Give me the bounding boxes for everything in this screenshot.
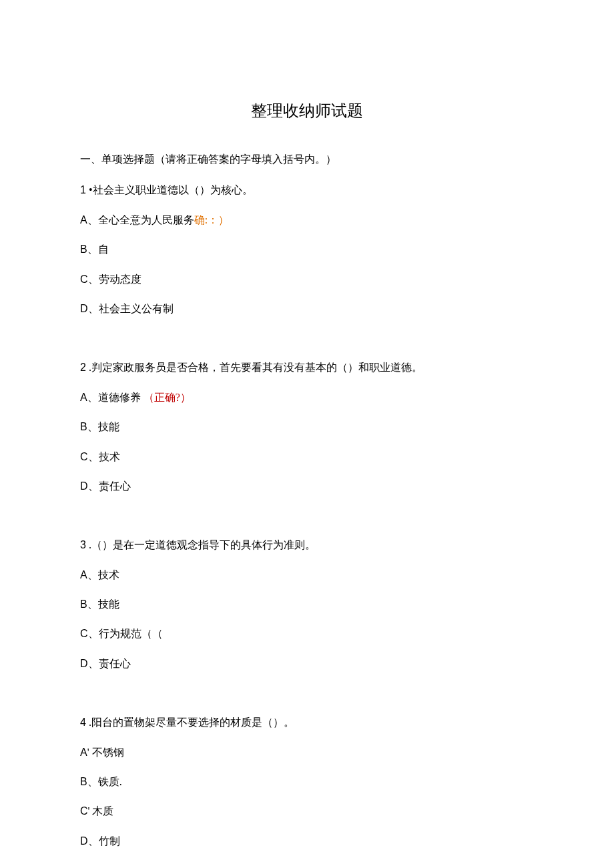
question-3-option-a: A、技术 (80, 568, 534, 582)
option-text: 、全心全意为人民服务 (87, 214, 194, 226)
option-text: 、行为规范（（ (88, 628, 163, 639)
option-letter: A (80, 747, 87, 758)
question-4-option-a: A' 不锈钢 (80, 745, 534, 760)
option-text: 、社会主义公有制 (88, 303, 174, 314)
option-text: 、铁质. (87, 776, 122, 787)
answer-mark: （正确?） (143, 392, 191, 403)
question-3-option-d: D、责任心 (80, 657, 534, 671)
option-letter: B (80, 244, 87, 255)
question-2-stem: .判定家政服务员是否合格，首先要看其有没有基本的（）和职业道德。 (86, 362, 422, 373)
option-letter: A (80, 569, 87, 580)
question-3-stem: .（）是在一定道德观念指导下的具体行为准则。 (86, 539, 316, 550)
option-letter: B (80, 598, 87, 610)
question-2-option-b: B、技能 (80, 420, 534, 434)
question-4-text: 4 .阳台的置物架尽量不要选择的材质是（）。 (80, 715, 534, 730)
option-text: 、技能 (87, 421, 119, 432)
option-letter: C (80, 628, 88, 639)
question-2-option-c: C、技术 (80, 450, 534, 464)
question-1-number: 1 (80, 184, 86, 195)
option-letter: A (80, 214, 87, 226)
option-text: 、竹制 (88, 835, 120, 847)
question-2-number: 2 (80, 362, 86, 373)
option-text: ' 不锈钢 (87, 747, 124, 758)
option-letter: A (80, 392, 87, 403)
question-3-option-b: B、技能 (80, 597, 534, 612)
option-text: 、技术 (87, 569, 119, 580)
option-letter: D (80, 658, 88, 669)
question-1-option-b: B、自 (80, 242, 534, 257)
option-letter: C (80, 274, 88, 285)
question-4-option-c: C' 木质 (80, 804, 534, 819)
option-text: 、自 (87, 244, 109, 255)
question-3-option-c: C、行为规范（（ (80, 626, 534, 641)
question-1-option-c: C、劳动态度 (80, 272, 534, 287)
question-2-option-a: A、道德修养 （正确?） (80, 390, 534, 405)
option-text: 、道德修养 (87, 392, 141, 403)
question-1-option-a: A、全心全意为人民服务确:：） (80, 213, 534, 228)
option-letter: D (80, 480, 88, 492)
option-text: 、技能 (87, 598, 119, 610)
option-letter: C (80, 451, 88, 462)
spacer (80, 331, 534, 344)
section-instruction: 一、单项选择题（请将正确答案的字母填入括号内。） (80, 152, 534, 167)
question-4-stem: .阳台的置物架尽量不要选择的材质是（）。 (86, 717, 294, 728)
question-1-stem: •社会主义职业道德以（）为核心。 (86, 184, 253, 195)
question-3-number: 3 (80, 539, 86, 550)
option-letter: C (80, 805, 88, 817)
spacer (80, 686, 534, 699)
option-letter: B (80, 776, 87, 787)
question-1-option-d: D、社会主义公有制 (80, 302, 534, 316)
document-title: 整理收纳师试题 (80, 100, 534, 121)
question-4-option-b: B、铁质. (80, 775, 534, 789)
option-text: 、劳动态度 (88, 274, 141, 285)
question-3-text: 3 .（）是在一定道德观念指导下的具体行为准则。 (80, 538, 534, 552)
document-page: 整理收纳师试题 一、单项选择题（请将正确答案的字母填入括号内。） 1 •社会主义… (0, 0, 614, 868)
spacer (80, 508, 534, 522)
question-2-option-d: D、责任心 (80, 479, 534, 494)
question-4-number: 4 (80, 717, 86, 728)
option-text: 、责任心 (88, 480, 131, 492)
question-4-option-d: D、竹制 (80, 834, 534, 849)
answer-mark: 确:：） (194, 214, 229, 226)
option-text: ' 木质 (88, 805, 114, 817)
option-letter: D (80, 835, 88, 847)
question-2-text: 2 .判定家政服务员是否合格，首先要看其有没有基本的（）和职业道德。 (80, 360, 534, 375)
option-text: 、责任心 (88, 658, 131, 669)
option-letter: B (80, 421, 87, 432)
question-1-text: 1 •社会主义职业道德以（）为核心。 (80, 183, 534, 197)
option-letter: D (80, 303, 88, 314)
option-text: 、技术 (88, 451, 120, 462)
